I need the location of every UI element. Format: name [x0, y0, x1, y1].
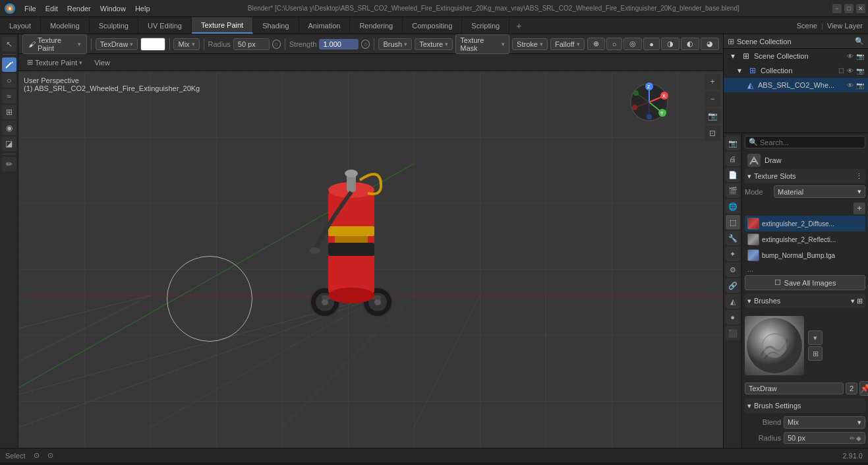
outliner-scene-collection[interactable]: ▾ ⊞ Scene Collection 👁 📷: [724, 49, 868, 63]
fill-tool[interactable]: ◉: [2, 121, 16, 135]
brush-menu-btn[interactable]: Brush ▾: [378, 38, 412, 50]
radius-setting-value[interactable]: 50 px ✏ ◆: [784, 432, 865, 444]
draw-item[interactable]: Draw: [745, 152, 865, 169]
model-eye[interactable]: 👁: [847, 82, 854, 89]
radius-edit-icon[interactable]: ✏: [850, 435, 855, 442]
texture-slot-1[interactable]: extinguisher_2_Reflecti...: [745, 232, 865, 247]
viewport-gizmo-btn[interactable]: ⊕: [587, 38, 605, 50]
brush-pin-btn[interactable]: 📌: [859, 381, 868, 396]
menu-file[interactable]: File: [20, 3, 41, 14]
output-props-tab[interactable]: 🖨: [726, 152, 740, 166]
physics-props-tab[interactable]: ⚙: [726, 263, 740, 277]
viewport-material-btn[interactable]: ◑: [661, 38, 680, 50]
add-workspace-button[interactable]: +: [509, 17, 528, 34]
scene-selector[interactable]: Scene: [797, 22, 817, 30]
brushes-expand[interactable]: ▾: [851, 297, 855, 305]
material-props-tab[interactable]: ●: [726, 310, 740, 325]
brush-expand-btn[interactable]: ▾: [808, 330, 823, 345]
strength-lock[interactable]: ○: [361, 40, 370, 49]
view-layer-selector[interactable]: View Layer: [827, 22, 863, 30]
stroke-menu-btn[interactable]: Stroke ▾: [512, 38, 548, 50]
viewport-inner[interactable]: User Perspective (1) ABS_SRL_CO2_Wheeled…: [18, 71, 723, 448]
scene-coll-render[interactable]: 📷: [856, 53, 864, 60]
tab-sculpting[interactable]: Sculpting: [90, 17, 138, 34]
smear-tool[interactable]: ≈: [2, 89, 16, 104]
render-props-tab[interactable]: 📷: [726, 136, 740, 150]
viewport-overlay-btn[interactable]: ○: [606, 38, 623, 50]
coll-eye[interactable]: 👁: [847, 67, 854, 75]
constraints-props-tab[interactable]: 🔗: [726, 278, 740, 293]
viewport-render-btn[interactable]: ◐: [681, 38, 699, 50]
brush-list-btn[interactable]: ⊞: [808, 346, 823, 361]
mode-row-dropdown[interactable]: Material ▾: [774, 185, 865, 198]
brushes-header[interactable]: ▾ Brushes ▾ ⊞: [745, 294, 865, 308]
world-props-tab[interactable]: 🌐: [726, 199, 740, 214]
menu-help[interactable]: Help: [130, 3, 155, 14]
strength-field[interactable]: 1.000: [319, 39, 359, 49]
cursor-tool[interactable]: ↖: [2, 37, 16, 51]
falloff-menu-btn[interactable]: Falloff ▾: [550, 38, 585, 50]
mask-tool[interactable]: ◪: [2, 137, 16, 151]
zoom-out-btn[interactable]: −: [705, 91, 720, 107]
texture-slots-menu[interactable]: ⋮: [855, 172, 863, 181]
window-minimize[interactable]: −: [832, 4, 842, 13]
clone-tool[interactable]: ⊞: [2, 105, 16, 119]
tab-texture-paint[interactable]: Texture Paint: [192, 17, 253, 34]
tab-rendering[interactable]: Rendering: [350, 17, 403, 34]
tab-uv-editing[interactable]: UV Editing: [138, 17, 192, 34]
texture-slots-header[interactable]: ▾ Texture Slots ⋮: [745, 169, 865, 183]
blend-setting-value[interactable]: Mix ▾: [784, 416, 865, 429]
outliner-collection[interactable]: ▾ ⊞ Collection ☐ 👁 📷: [724, 63, 868, 78]
texture-slot-0[interactable]: extinguisher_2_Diffuse...: [745, 216, 865, 232]
texture-props-tab[interactable]: ⬛: [726, 326, 740, 340]
texture-slot-2[interactable]: bump_Normal_Bump.tga: [745, 247, 865, 263]
viewport-rendered-btn[interactable]: ◕: [701, 38, 719, 50]
props-search-input[interactable]: [760, 139, 861, 146]
brushes-preview-icon[interactable]: ⊞: [857, 297, 863, 305]
tab-animation[interactable]: Animation: [299, 17, 351, 34]
brush-selector[interactable]: TexDraw ▾: [96, 38, 138, 50]
menu-window[interactable]: Window: [96, 3, 130, 14]
model-render[interactable]: 📷: [856, 82, 864, 89]
brush-name-input[interactable]: [745, 383, 844, 394]
modifier-props-tab[interactable]: 🔧: [726, 231, 740, 245]
tab-shading[interactable]: Shading: [253, 17, 299, 34]
sub-view-btn[interactable]: View: [90, 57, 115, 68]
frame-selected-btn[interactable]: ⊡: [705, 125, 720, 141]
radius-keyframe-icon[interactable]: ◆: [856, 435, 861, 442]
menu-edit[interactable]: Edit: [41, 3, 63, 14]
save-all-images-btn[interactable]: ☐ Save All Images: [745, 275, 865, 290]
zoom-in-btn[interactable]: +: [705, 74, 720, 90]
radius-lock[interactable]: ○: [272, 40, 281, 49]
brush-settings-header[interactable]: ▾ Brush Settings: [745, 398, 865, 413]
outliner-filter-btn[interactable]: 🔍: [855, 37, 864, 46]
add-slot-btn[interactable]: +: [854, 202, 865, 214]
tab-compositing[interactable]: Compositing: [403, 17, 462, 34]
expand-row[interactable]: ...: [745, 263, 865, 275]
menu-render[interactable]: Render: [63, 3, 96, 14]
viewport-xray-btn[interactable]: ◎: [623, 38, 642, 50]
color-swatch[interactable]: [140, 38, 165, 51]
draw-tool[interactable]: [2, 57, 16, 72]
radius-field[interactable]: 50 px: [233, 38, 270, 50]
outliner-model-item[interactable]: ◭ ABS_SRL_CO2_Whe... 👁 📷: [724, 78, 868, 92]
blend-dropdown[interactable]: Mix ▾: [173, 38, 199, 50]
view-layer-props-tab[interactable]: 📄: [726, 168, 740, 182]
camera-view-btn[interactable]: 📷: [705, 108, 720, 124]
soften-tool[interactable]: ○: [2, 73, 16, 88]
data-props-tab[interactable]: ◭: [726, 294, 740, 309]
sub-mode-btn[interactable]: ⊞ Texture Paint ▾: [22, 57, 87, 68]
window-close[interactable]: ✕: [856, 4, 865, 13]
window-maximize[interactable]: □: [844, 4, 854, 13]
texture-mask-menu-btn[interactable]: Texture Mask ▾: [455, 34, 509, 54]
viewport-solid-btn[interactable]: ●: [643, 38, 660, 50]
scene-coll-eye[interactable]: 👁: [847, 53, 854, 60]
scene-props-tab[interactable]: 🎬: [726, 183, 740, 198]
coll-render[interactable]: 📷: [856, 67, 864, 75]
annotate-tool[interactable]: ✏: [2, 157, 16, 171]
coll-checkbox[interactable]: ☐: [838, 67, 844, 75]
particles-props-tab[interactable]: ✦: [726, 247, 740, 261]
mode-dropdown-btn[interactable]: 🖌 Texture Paint ▾: [22, 34, 87, 54]
tab-modeling[interactable]: Modeling: [41, 17, 90, 34]
tab-layout[interactable]: Layout: [0, 17, 41, 34]
